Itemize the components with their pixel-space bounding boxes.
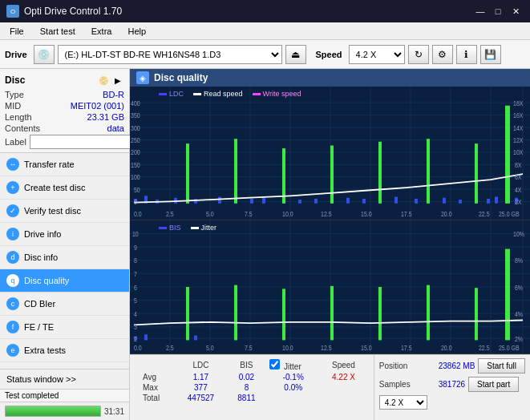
avg-speed: 4.22 X bbox=[320, 372, 366, 382]
svg-rect-36 bbox=[394, 197, 398, 204]
avg-ldc: 1.17 bbox=[175, 372, 226, 382]
svg-rect-39 bbox=[443, 198, 446, 204]
test-completed-label: Test completed bbox=[5, 391, 59, 400]
svg-text:7: 7 bbox=[134, 270, 137, 278]
svg-rect-25 bbox=[218, 197, 221, 204]
fe-te-icon: f bbox=[6, 321, 19, 333]
svg-rect-97 bbox=[194, 335, 197, 340]
maximize-button[interactable]: □ bbox=[490, 4, 506, 18]
sidebar-item-cd-bier[interactable]: c CD BIer bbox=[0, 293, 129, 316]
svg-text:12X: 12X bbox=[513, 136, 523, 144]
menu-bar: File Start test Extra Help bbox=[0, 22, 530, 40]
jitter-checkbox[interactable] bbox=[269, 359, 280, 370]
drive-info-label: Drive info bbox=[24, 229, 61, 239]
svg-text:12.5: 12.5 bbox=[321, 345, 332, 353]
info-button[interactable]: ℹ bbox=[456, 45, 477, 64]
svg-rect-41 bbox=[475, 143, 478, 204]
sidebar-item-create-test-disc[interactable]: + Create test disc bbox=[0, 176, 129, 200]
settings-button[interactable]: ⚙ bbox=[432, 45, 453, 64]
drive-select[interactable]: (E:) HL-DT-ST BD-RE WH16NS48 1.D3 bbox=[58, 45, 282, 64]
sidebar-item-fe-te[interactable]: f FE / TE bbox=[0, 316, 129, 339]
write-speed-legend-label: Write speed bbox=[263, 90, 301, 98]
eject-button[interactable]: ⏏ bbox=[285, 45, 306, 64]
contents-label: Contents bbox=[5, 123, 40, 133]
speed-dropdown[interactable]: 4.2 X bbox=[379, 395, 427, 410]
max-label: Max bbox=[136, 382, 175, 393]
menu-start-test[interactable]: Start test bbox=[34, 25, 82, 38]
drive-icon-button[interactable]: 💿 bbox=[34, 45, 55, 64]
svg-rect-34 bbox=[362, 199, 366, 204]
read-speed-legend-label: Read speed bbox=[204, 90, 243, 98]
stats-right-panel: Position 23862 MB Start full Samples 381… bbox=[374, 355, 530, 420]
svg-text:2.5: 2.5 bbox=[166, 345, 174, 353]
disc-quality-icon: q bbox=[6, 274, 19, 287]
start-part-button[interactable]: Start part bbox=[468, 377, 519, 392]
save-button[interactable]: 💾 bbox=[480, 45, 501, 64]
toolbar: Drive 💿 (E:) HL-DT-ST BD-RE WH16NS48 1.D… bbox=[0, 40, 530, 69]
jitter-header: Jitter bbox=[284, 362, 301, 371]
disc-icon1[interactable]: 📀 bbox=[97, 74, 110, 87]
svg-rect-23 bbox=[186, 143, 189, 204]
svg-text:17.5: 17.5 bbox=[401, 345, 412, 353]
svg-text:10: 10 bbox=[132, 231, 139, 239]
speed-select[interactable]: 4.2 X bbox=[349, 45, 405, 64]
type-label: Type bbox=[5, 90, 24, 99]
svg-rect-98 bbox=[234, 285, 237, 341]
svg-rect-40 bbox=[459, 200, 462, 204]
mid-label: MID bbox=[5, 101, 21, 111]
svg-text:9: 9 bbox=[134, 244, 137, 252]
refresh-button[interactable]: ↻ bbox=[408, 45, 429, 64]
sidebar-item-extra-tests[interactable]: e Extra tests bbox=[0, 339, 129, 362]
svg-text:12.5: 12.5 bbox=[321, 211, 332, 219]
svg-rect-43 bbox=[495, 197, 498, 204]
svg-rect-103 bbox=[475, 288, 478, 340]
total-ldc: 447527 bbox=[175, 393, 226, 403]
sidebar-item-transfer-rate[interactable]: ↔ Transfer rate bbox=[0, 153, 129, 176]
svg-text:5.0: 5.0 bbox=[206, 211, 214, 219]
menu-file[interactable]: File bbox=[3, 25, 30, 38]
svg-text:7.5: 7.5 bbox=[245, 211, 253, 219]
app-title: Opti Drive Control 1.70 bbox=[24, 6, 122, 17]
svg-rect-32 bbox=[330, 146, 334, 204]
status-window-button[interactable]: Status window >> bbox=[0, 369, 129, 389]
stats-table-area: LDC BIS Jitter Speed Avg 1.17 bbox=[130, 355, 374, 420]
app-icon: O bbox=[6, 5, 19, 18]
svg-text:200: 200 bbox=[131, 149, 140, 157]
svg-text:150: 150 bbox=[131, 161, 140, 169]
jitter-legend-color bbox=[191, 227, 199, 229]
svg-text:25.0 GB: 25.0 GB bbox=[499, 211, 520, 219]
menu-extra[interactable]: Extra bbox=[85, 25, 119, 38]
chart-bis: BIS Jitter bbox=[130, 220, 530, 354]
disc-label-label: Label bbox=[5, 137, 26, 147]
sidebar: Disc 📀 ▶ Type BD-R MID MEIT02 (001) Leng… bbox=[0, 69, 130, 420]
svg-text:2X: 2X bbox=[515, 198, 522, 206]
disc-info-label: Disc info bbox=[24, 252, 58, 262]
minimize-button[interactable]: — bbox=[472, 4, 488, 18]
menu-help[interactable]: Help bbox=[121, 25, 152, 38]
sidebar-item-drive-info[interactable]: i Drive info bbox=[0, 223, 129, 246]
chart1-legend: LDC Read speed Write speed bbox=[159, 90, 301, 98]
disc-icon2[interactable]: ▶ bbox=[111, 74, 124, 87]
label-input[interactable] bbox=[30, 135, 136, 149]
svg-text:2: 2 bbox=[134, 335, 137, 343]
progress-time: 31:31 bbox=[104, 407, 124, 416]
chart2-legend: BIS Jitter bbox=[159, 224, 216, 232]
position-label: Position bbox=[379, 361, 435, 370]
svg-text:2.5: 2.5 bbox=[166, 211, 174, 219]
close-button[interactable]: ✕ bbox=[508, 4, 524, 18]
svg-text:7.5: 7.5 bbox=[245, 345, 253, 353]
svg-text:10.0: 10.0 bbox=[282, 345, 293, 353]
svg-text:14X: 14X bbox=[513, 124, 523, 132]
sidebar-item-disc-quality[interactable]: q Disc quality bbox=[0, 269, 129, 293]
stats-total-row: Total 447527 8811 bbox=[136, 393, 367, 403]
window-controls[interactable]: — □ ✕ bbox=[472, 4, 524, 18]
svg-text:0.0: 0.0 bbox=[134, 345, 142, 353]
sidebar-item-disc-info[interactable]: d Disc info bbox=[0, 246, 129, 269]
fe-te-label: FE / TE bbox=[24, 322, 54, 332]
svg-rect-104 bbox=[505, 249, 510, 341]
svg-text:22.5: 22.5 bbox=[479, 211, 490, 219]
sidebar-item-verify-test-disc[interactable]: ✓ Verify test disc bbox=[0, 200, 129, 223]
start-full-button[interactable]: Start full bbox=[478, 358, 525, 374]
length-label: Length bbox=[5, 112, 32, 122]
svg-text:10%: 10% bbox=[513, 231, 524, 239]
